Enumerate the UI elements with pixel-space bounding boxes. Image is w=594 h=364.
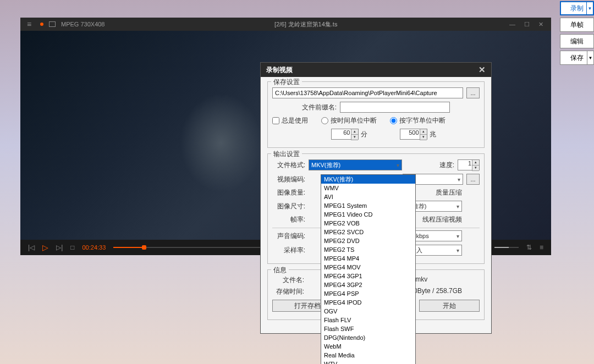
save-settings-group: 保存设置 ... 文件前缀名: 总是使用 按时间单位中断 60▴▾ 分 [267,81,485,148]
break-size-radio[interactable]: 按字节单位中断 [390,116,446,125]
size-unit: 兆 [430,130,436,139]
break-time-radio[interactable]: 按时间单位中断 [321,116,377,125]
chevron-down-icon[interactable]: ▼ [586,2,593,14]
dropdown-item[interactable]: Flash FLV [321,316,415,324]
dialog-close-button[interactable]: ✕ [479,65,486,75]
dropdown-item[interactable]: Real Media [321,351,415,360]
volume-slider[interactable] [494,247,519,248]
prev-button[interactable]: |◁ [28,244,35,251]
window-title: [2/6] 龙岭迷窟第14集.ts [105,20,508,29]
dropdown-item[interactable]: MPEG4 MP4 [321,254,415,263]
file-format-combo[interactable]: MKV(推荐) [309,159,402,170]
dropdown-item[interactable]: MPEG4 MOV [321,263,415,272]
play-button[interactable]: ▷ [42,243,48,252]
speed-label: 速度: [439,161,454,170]
dialog-titlebar: 录制视频 ✕ [261,63,491,77]
prefix-input[interactable] [340,102,450,113]
path-input[interactable] [272,87,463,98]
start-button[interactable]: 开始 [419,300,480,312]
time-unit: 分 [361,130,367,139]
time-value-input[interactable]: 60▴▾ [331,129,359,140]
next-button[interactable]: ▷| [56,244,63,251]
dropdown-item[interactable]: MPEG1 Video CD [321,210,415,219]
dropdown-item[interactable]: MPEG2 VOB [321,219,415,228]
always-use-checkbox[interactable]: 总是使用 [272,116,308,125]
storage-label: 存储时间: [272,287,304,296]
sample-rate-label: 采样率: [272,246,305,255]
player-titlebar: MPEG 730X408 [2/6] 龙岭迷窟第14集.ts — ☐ ✕ [20,18,551,31]
close-button[interactable]: ✕ [536,21,546,28]
dropdown-item[interactable]: WebM [321,342,415,351]
dropdown-item[interactable]: WTV [321,360,415,364]
dropdown-item[interactable]: Flash SWF [321,324,415,333]
menu-icon[interactable] [27,20,35,29]
minimize-button[interactable]: — [507,21,518,28]
record-tool-button[interactable]: 录制▼ [560,1,594,15]
playlist-icon[interactable]: ≡ [540,244,543,251]
file-name-value: .mkv [414,275,480,285]
file-format-label: 文件格式: [272,161,305,170]
equalizer-icon[interactable]: ⇅ [526,244,532,251]
dropdown-item[interactable]: MKV(推荐) [321,175,415,184]
image-size-label: 图像尺寸: [272,202,305,211]
dropdown-item[interactable]: MPEG2 TS [321,245,415,254]
size-value-input[interactable]: 500▴▾ [400,129,427,140]
fps-label: 帧率: [272,215,305,224]
save-tool-button[interactable]: 保存▼ [560,51,594,65]
dialog-title: 录制视频 [266,65,293,75]
dropdown-item[interactable]: OGV [321,307,415,316]
dropdown-item[interactable]: MPEG1 System [321,201,415,210]
dropdown-item[interactable]: WMV [321,184,415,192]
dropdown-item[interactable]: MPEG4 IPOD [321,298,415,307]
speed-input[interactable]: 1▴▾ [458,159,480,170]
file-format-dropdown[interactable]: MKV(推荐)WMVAVIMPEG1 SystemMPEG1 Video CDM… [321,174,416,364]
browse-button[interactable]: ... [466,87,480,98]
dropdown-item[interactable]: MPEG4 PSP [321,289,415,298]
stop-button[interactable]: □ [70,244,74,251]
right-toolbar: 录制▼ 单帧 编辑 保存▼ [560,1,594,65]
record-indicator-icon [40,23,43,26]
prefix-label: 文件前缀名: [302,103,337,112]
edit-tool-button[interactable]: 编辑 [560,34,594,48]
dropdown-item[interactable]: AVI [321,192,415,201]
dropdown-item[interactable]: MPEG4 3GP2 [321,280,415,289]
dropdown-item[interactable]: MPEG4 3GP1 [321,272,415,280]
dropdown-item[interactable]: MPEG2 DVD [321,236,415,245]
group-label: 输出设置 [271,150,302,159]
maximize-button[interactable]: ☐ [522,21,532,28]
dropdown-item[interactable]: MPEG2 SVCD [321,228,415,236]
fps-combo[interactable]: 线程压缩视频 [422,215,462,224]
single-frame-button[interactable]: 单帧 [560,18,594,32]
video-codec-label: 视频编码: [272,175,305,184]
time-elapsed: 00:24:33 [82,244,106,251]
codec-settings-button[interactable]: ... [466,174,480,185]
format-label: MPEG 730X408 [61,21,105,27]
audio-codec-label: 声音编码: [272,231,305,241]
image-quality-combo[interactable]: 质量压缩 [436,188,462,197]
image-quality-label: 图像质量: [272,188,305,197]
storage-value: 0Byte / 258.7GB [414,287,480,296]
group-label: 信息 [271,266,289,275]
file-name-label: 文件名: [272,275,304,285]
group-label: 保存设置 [271,78,302,87]
chevron-down-icon[interactable]: ▼ [587,51,593,64]
dropdown-item[interactable]: DPG(Nintendo) [321,333,415,342]
monitor-icon[interactable] [49,21,56,27]
